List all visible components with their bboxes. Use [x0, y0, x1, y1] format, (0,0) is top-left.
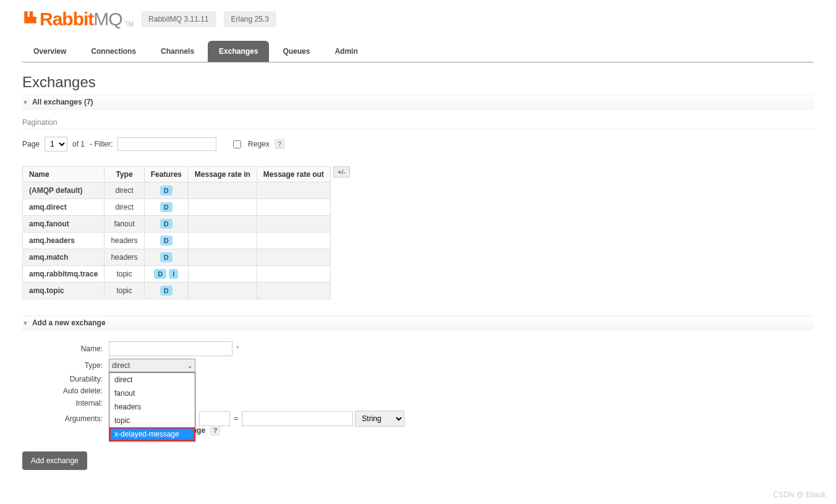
tab-queues[interactable]: Queues [271, 41, 321, 62]
regex-help-icon[interactable]: ? [275, 139, 284, 149]
rate-in-cell [188, 216, 257, 233]
feature-badge: D [160, 236, 173, 246]
column-header: Name [23, 167, 105, 182]
feature-badge: D [160, 186, 173, 195]
exchange-type-cell: headers [105, 249, 144, 266]
chevron-down-icon: ⌄ [187, 362, 192, 369]
rate-out-cell [257, 283, 330, 299]
exchange-type-cell: direct [105, 199, 144, 216]
feature-badge: I [169, 269, 178, 279]
exchange-type-cell: headers [105, 233, 144, 249]
header: Rabbit MQ TM RabbitMQ 3.11.11 Erlang 25.… [22, 0, 814, 30]
arguments-field-label: Arguments: [22, 414, 109, 423]
logo[interactable]: Rabbit MQ TM [22, 9, 134, 30]
type-option-direct[interactable]: direct [109, 373, 195, 387]
rabbitmq-version-badge: RabbitMQ 3.11.11 [141, 11, 216, 27]
add-exchange-button[interactable]: Add exchange [22, 451, 87, 470]
exchange-name-cell[interactable]: amq.direct [23, 199, 105, 216]
tab-overview[interactable]: Overview [22, 41, 77, 62]
exchange-features-cell: D [144, 233, 188, 249]
required-marker: * [236, 344, 239, 353]
add-exchange-label: Add a new exchange [32, 318, 106, 327]
name-input[interactable] [109, 341, 232, 356]
table-row: amq.topictopicD [23, 283, 331, 299]
type-dropdown: directfanoutheaderstopicx-delayed-messag… [109, 372, 195, 442]
exchange-features-cell: D [144, 283, 188, 299]
rabbitmq-icon [22, 9, 38, 30]
feature-badge: D [160, 219, 173, 229]
regex-label: Regex [248, 140, 270, 148]
column-header: Message rate in [188, 167, 257, 182]
exchange-name-cell[interactable]: (AMQP default) [23, 182, 105, 199]
type-field-label: Type: [22, 361, 109, 370]
rate-out-cell [257, 249, 330, 266]
table-row: amq.fanoutfanoutD [23, 216, 331, 233]
exchange-name-cell[interactable]: amq.fanout [23, 216, 105, 233]
logo-tm: TM [125, 21, 134, 28]
type-option-headers[interactable]: headers [109, 400, 195, 414]
type-option-x-delayed-message[interactable]: x-delayed-message [109, 427, 195, 441]
type-option-topic[interactable]: topic [109, 414, 195, 427]
argument-type-select[interactable]: String [355, 411, 404, 427]
exchange-features-cell: D [144, 199, 188, 216]
collapse-arrow-icon: ▼ [22, 320, 28, 327]
exchange-name-cell[interactable]: amq.match [23, 249, 105, 266]
all-exchanges-label: All exchanges (7) [32, 98, 93, 106]
exchange-name-cell[interactable]: amq.rabbitmq.trace [23, 266, 105, 283]
filter-input[interactable] [117, 137, 216, 151]
rate-in-cell [188, 249, 257, 266]
alternate-exchange-help-icon[interactable]: ? [210, 425, 220, 435]
exchange-features-cell: D [144, 249, 188, 266]
argument-key-input[interactable] [199, 411, 230, 426]
exchanges-table: NameTypeFeaturesMessage rate inMessage r… [22, 166, 331, 299]
columns-toggle-button[interactable]: +/- [333, 166, 350, 177]
all-exchanges-section-header[interactable]: ▼ All exchanges (7) [22, 95, 814, 109]
table-row: amq.directdirectD [23, 199, 331, 216]
rate-in-cell [188, 283, 257, 299]
page-label: Page [22, 140, 40, 148]
equals-label: = [234, 414, 238, 423]
exchange-features-cell: D [144, 216, 188, 233]
feature-badge: D [160, 252, 173, 262]
rate-out-cell [257, 199, 330, 216]
feature-badge: D [160, 286, 173, 296]
tab-exchanges[interactable]: Exchanges [208, 41, 269, 62]
filter-label: - Filter: [90, 140, 113, 148]
type-option-fanout[interactable]: fanout [109, 387, 195, 400]
type-select-value: direct [112, 361, 130, 370]
argument-value-input[interactable] [242, 411, 353, 426]
page-of-label: of 1 [72, 140, 85, 148]
exchange-type-cell: topic [105, 266, 144, 283]
column-header: Features [144, 167, 188, 182]
rate-out-cell [257, 266, 330, 283]
collapse-arrow-icon: ▼ [22, 99, 28, 106]
exchange-name-cell[interactable]: amq.headers [23, 233, 105, 249]
exchange-features-cell: D [144, 182, 188, 199]
table-row: amq.matchheadersD [23, 249, 331, 266]
table-row: amq.rabbitmq.tracetopicDI [23, 266, 331, 283]
feature-badge: D [154, 269, 166, 279]
durability-field-label: Durability: [22, 375, 109, 383]
rate-in-cell [188, 199, 257, 216]
page-select[interactable]: 1 [45, 137, 67, 152]
rate-in-cell [188, 233, 257, 249]
rate-in-cell [188, 266, 257, 283]
column-header: Type [105, 167, 144, 182]
add-exchange-section-header[interactable]: ▼ Add a new exchange [22, 315, 814, 330]
tab-channels[interactable]: Channels [150, 41, 205, 62]
exchange-features-cell: DI [144, 266, 188, 283]
main-tabs: OverviewConnectionsChannelsExchangesQueu… [22, 41, 814, 62]
regex-checkbox[interactable] [233, 140, 241, 148]
rate-in-cell [188, 182, 257, 199]
auto-delete-field-label: Auto delete: [22, 387, 109, 395]
type-select[interactable]: direct ⌄ [109, 359, 195, 372]
tab-connections[interactable]: Connections [80, 41, 147, 62]
logo-text-mq: MQ [93, 9, 122, 30]
exchange-type-cell: topic [105, 283, 144, 299]
name-field-label: Name: [22, 344, 109, 353]
exchange-name-cell[interactable]: amq.topic [23, 283, 105, 299]
column-header: Message rate out [257, 167, 330, 182]
pagination-label: Pagination [22, 118, 814, 129]
logo-text-rabbit: Rabbit [40, 9, 93, 30]
tab-admin[interactable]: Admin [323, 41, 369, 62]
